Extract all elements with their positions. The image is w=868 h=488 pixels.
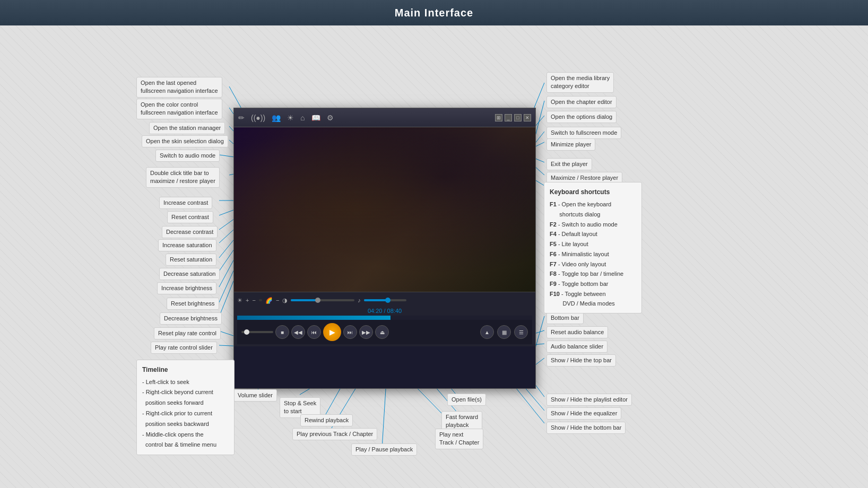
timeline-info-box: Timeline - Left-click to seek - Right-cl… [136, 360, 235, 455]
shortcut-f4: F4 - Default layout [550, 229, 636, 239]
shortcut-f1: F1 - Open the keyboard shortcuts dialog [550, 199, 636, 219]
label-open-color-control: Open the color control fullscreen naviga… [136, 99, 222, 119]
prev-track-button[interactable]: ⏮ [307, 325, 321, 339]
play-pause-button[interactable]: ▶ [323, 323, 341, 341]
shortcuts-title: Keyboard shortcuts [550, 187, 636, 197]
stop-button[interactable]: ■ [275, 325, 289, 339]
label-open-skin-selection: Open the skin selection dialog [142, 135, 228, 147]
minimize-btn[interactable]: _ [505, 114, 512, 121]
bottom-controls-row: ■ ◀◀ ⏮ ▶ ⏭ ▶▶ ⏏ ▲ ▦ ☰ [237, 320, 532, 344]
label-show-hide-bottom-bar: Show / Hide the bottom bar [546, 422, 626, 434]
label-open-options-dialog: Open the options dialog [546, 111, 617, 123]
label-reset-contrast: Reset contrast [167, 211, 213, 223]
label-open-files: Open file(s) [447, 394, 486, 406]
volume-slider-control[interactable] [241, 331, 273, 333]
close-btn[interactable]: ✕ [524, 114, 531, 121]
label-play-previous: Play previous Track / Chapter [292, 428, 377, 440]
minus2-icon: − [276, 297, 279, 303]
label-decrease-contrast: Decrease contrast [162, 226, 218, 238]
equalizer-btn[interactable]: ▦ [497, 325, 511, 339]
video-area[interactable] [234, 127, 535, 292]
users-icon[interactable]: 👥 [272, 114, 281, 122]
label-show-hide-equalizer: Show / Hide the equalizer [546, 407, 621, 420]
right-controls: ▲ ▦ ☰ [480, 325, 528, 339]
rewind-button[interactable]: ◀◀ [291, 325, 305, 339]
contrast-icon: ◑ [282, 297, 288, 304]
fullscreen-btn[interactable]: ⊞ [495, 114, 502, 121]
brightness-icon[interactable]: ☀ [287, 114, 294, 122]
label-switch-audio-mode: Switch to audio mode [155, 150, 220, 162]
label-play-rate-slider: Play rate control slider [151, 342, 217, 354]
brightness-down-icon: ☀ [237, 297, 242, 304]
book-icon[interactable]: 📖 [311, 114, 320, 122]
label-decrease-brightness: Decrease brightness [160, 312, 222, 325]
time-total: 08:40 [387, 308, 402, 314]
label-reset-brightness: Reset brightness [167, 298, 219, 310]
shortcut-f2: F2 - Switch to audio mode [550, 220, 636, 230]
label-rewind-playback: Rewind playback [300, 414, 353, 426]
volume-thumb[interactable] [244, 329, 249, 335]
content-area: ✏ ((●)) 👥 ☀ ⌂ 📖 ⚙ ⊞ _ □ ✕ ☀ + − [0, 25, 868, 488]
timeline-item-2: - Right-click beyond current position se… [142, 387, 229, 408]
brightness-track[interactable] [291, 299, 354, 301]
time-current: 04:20 [368, 308, 383, 314]
plus-icon: + [246, 297, 249, 303]
label-minimize-player: Minimize player [546, 138, 595, 151]
shortcut-f6: F6 - Minimalistic layout [550, 249, 636, 259]
label-open-chapter-editor: Open the chapter editor [546, 96, 617, 108]
label-switch-fullscreen: Switch to fullscreen mode [546, 127, 621, 139]
label-increase-brightness: Increase brightness [157, 282, 216, 294]
label-double-click-title: Double click title bar to maximize / res… [146, 167, 220, 188]
label-bottom-bar: Bottom bar [546, 312, 584, 324]
label-reset-audio-balance: Reset audio balance [546, 326, 608, 338]
label-decrease-saturation: Decrease saturation [159, 268, 220, 280]
label-increase-saturation: Increase saturation [158, 239, 216, 251]
timeline-fill [237, 316, 390, 320]
label-audio-balance-slider: Audio balance slider [546, 341, 607, 353]
label-open-station-manager: Open the station manager [149, 122, 225, 134]
timeline-bar[interactable] [237, 316, 532, 320]
shortcut-f7: F7 - Video only layout [550, 259, 636, 269]
keyboard-shortcuts-box: Keyboard shortcuts F1 - Open the keyboar… [544, 182, 642, 313]
timeline-item-4: - Middle-click opens the control bar & t… [142, 430, 229, 451]
controls-bar: ☀ + − 🌈 − ◑ ♪ 04:20 [234, 292, 535, 346]
label-volume-slider: Volume slider [233, 389, 277, 402]
label-show-hide-playlist: Show / Hide the playlist editor [546, 394, 632, 406]
label-open-media-library: Open the media library category editor [546, 72, 614, 93]
window-controls: ⊞ _ □ ✕ [495, 114, 531, 121]
page-title-bar: Main Interface [0, 0, 868, 25]
controls-slider-row: ☀ + − 🌈 − ◑ ♪ [237, 294, 532, 306]
playlist-btn[interactable]: ☰ [514, 325, 528, 339]
label-show-hide-top-bar: Show / Hide the top bar [546, 354, 616, 367]
audio-icon: ♪ [358, 297, 361, 303]
label-exit-player: Exit the player [546, 158, 592, 170]
label-play-pause: Play / Pause playback [351, 443, 417, 456]
label-play-next: Play next Track / Chapter [435, 429, 483, 449]
shortcut-f8: F8 - Toggle top bar / timeline [550, 269, 636, 279]
label-increase-contrast: Increase contrast [159, 197, 212, 209]
label-reset-saturation: Reset saturation [166, 254, 216, 266]
maximize-btn[interactable]: □ [514, 114, 522, 121]
color-icon: 🌈 [265, 297, 273, 304]
shortcut-f5: F5 - Lite layout [550, 239, 636, 249]
fast-forward-button[interactable]: ▶▶ [359, 325, 373, 339]
svg-line-36 [382, 381, 386, 448]
home-icon[interactable]: ⌂ [300, 114, 305, 122]
label-open-last-fullscreen: Open the last opened fullscreen navigati… [136, 77, 222, 98]
radio-icon[interactable]: ((●)) [251, 114, 265, 122]
shortcut-f10: F10 - Toggle between DVD / Media modes [550, 289, 636, 309]
label-reset-play-rate: Reset play rate control [154, 327, 221, 339]
time-display: 04:20 / 08:40 [368, 308, 402, 314]
player-window: ✏ ((●)) 👥 ☀ ⌂ 📖 ⚙ ⊞ _ □ ✕ ☀ + − [233, 108, 536, 389]
audio-balance-track[interactable] [364, 299, 406, 301]
volume-up-btn[interactable]: ▲ [480, 325, 494, 339]
page-title: Main Interface [395, 7, 473, 19]
shortcut-f9: F9 - Toggle bottom bar [550, 279, 636, 289]
minus-icon: − [252, 297, 255, 303]
timeline-item-3: - Right-click prior to current position … [142, 408, 229, 430]
timeline-item-1: - Left-click to seek [142, 377, 229, 388]
pen-icon[interactable]: ✏ [238, 114, 245, 122]
next-track-button[interactable]: ⏭ [343, 325, 357, 339]
open-files-button[interactable]: ⏏ [375, 325, 389, 339]
settings-icon[interactable]: ⚙ [327, 114, 334, 122]
